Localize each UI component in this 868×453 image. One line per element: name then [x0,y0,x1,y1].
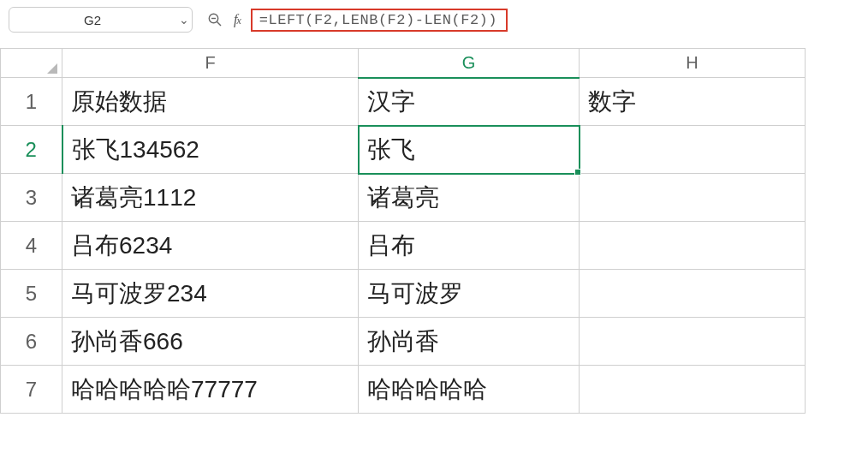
cell-G1[interactable]: 汉字 [359,78,580,126]
cell-G7[interactable]: 哈哈哈哈哈 [359,366,580,414]
column-header-H[interactable]: H [580,49,806,78]
cell-F5[interactable]: 马可波罗234 [62,270,359,318]
cell-F2[interactable]: 张飞134562 [62,126,359,174]
cell-H7[interactable] [580,366,806,414]
cell-F3[interactable]: 诸葛亮1112 [62,174,359,222]
cell-G3[interactable]: 诸葛亮 [359,174,580,222]
row-header-4[interactable]: 4 [1,222,62,270]
cell-H4[interactable] [580,222,806,270]
zoom-out-icon[interactable] [206,11,223,28]
spreadsheet-grid[interactable]: F G H 1 原始数据 汉字 数字 2 张飞134562 张飞 3 诸葛亮11… [0,48,806,414]
cell-G6[interactable]: 孙尚香 [359,318,580,366]
row-header-5[interactable]: 5 [1,270,62,318]
cell-H2[interactable] [580,126,806,174]
cell-G2[interactable]: 张飞 [359,126,580,174]
cell-F4[interactable]: 吕布6234 [62,222,359,270]
cell-G5[interactable]: 马可波罗 [359,270,580,318]
chevron-down-icon[interactable]: ⌄ [175,13,192,27]
name-box-input[interactable] [9,12,175,28]
column-header-G[interactable]: G [359,49,580,78]
select-all-corner[interactable] [1,49,62,78]
formula-bar-input[interactable]: =LEFT(F2,LENB(F2)-LEN(F2)) [251,9,508,32]
row-header-2[interactable]: 2 [1,126,62,174]
cell-H6[interactable] [580,318,806,366]
cell-F6[interactable]: 孙尚香666 [62,318,359,366]
toolbar: ⌄ fx =LEFT(F2,LENB(F2)-LEN(F2)) [0,0,868,48]
row-header-1[interactable]: 1 [1,78,62,126]
cell-G4[interactable]: 吕布 [359,222,580,270]
row-header-3[interactable]: 3 [1,174,62,222]
row-header-7[interactable]: 7 [1,366,62,414]
row-header-6[interactable]: 6 [1,318,62,366]
cell-H5[interactable] [580,270,806,318]
cell-F1[interactable]: 原始数据 [62,78,359,126]
svg-line-1 [217,22,222,27]
cell-F7[interactable]: 哈哈哈哈哈77777 [62,366,359,414]
column-header-F[interactable]: F [62,49,359,78]
cell-H3[interactable] [580,174,806,222]
formula-bar-group: fx =LEFT(F2,LENB(F2)-LEN(F2)) [206,9,508,32]
fx-icon[interactable]: fx [234,12,241,27]
cell-H1[interactable]: 数字 [580,78,806,126]
name-box[interactable]: ⌄ [9,7,193,33]
